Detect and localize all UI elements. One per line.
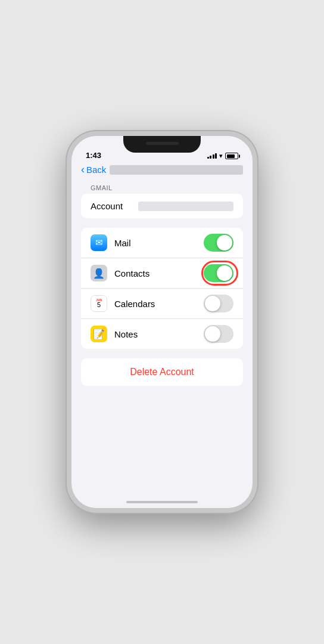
account-label: Account bbox=[91, 201, 138, 211]
calendars-row: JUN 5 Calendars bbox=[81, 288, 243, 318]
status-time: 1:43 bbox=[86, 151, 101, 160]
contacts-icon: 👤 bbox=[91, 265, 107, 281]
nav-bar: ‹ Back bbox=[71, 162, 253, 179]
delete-account-label: Delete Account bbox=[130, 367, 194, 377]
mail-toggle-thumb bbox=[217, 235, 232, 250]
notch bbox=[123, 136, 201, 153]
back-button[interactable]: ‹ Back bbox=[81, 165, 106, 175]
account-value bbox=[138, 202, 233, 211]
phone-screen: 1:43 ▾ ‹ Back bbox=[71, 136, 253, 508]
mail-row: ✉ Mail bbox=[81, 228, 243, 258]
notes-label: Notes bbox=[114, 329, 204, 339]
status-icons: ▾ bbox=[207, 152, 239, 160]
account-row: Account bbox=[81, 194, 243, 218]
toggles-group: ✉ Mail 👤 Contacts bbox=[81, 228, 243, 349]
battery-icon bbox=[225, 153, 238, 159]
delete-account-button[interactable]: Delete Account bbox=[81, 358, 243, 386]
calendars-icon: JUN 5 bbox=[91, 295, 107, 312]
calendars-toggle-thumb bbox=[205, 296, 220, 311]
chevron-left-icon: ‹ bbox=[81, 164, 85, 175]
notes-icon: 📝 bbox=[91, 326, 107, 342]
contacts-row: 👤 Contacts bbox=[81, 258, 243, 288]
back-label[interactable]: Back bbox=[86, 165, 106, 175]
battery-fill bbox=[227, 154, 235, 158]
mail-icon: ✉ bbox=[91, 234, 107, 251]
notes-row: 📝 Notes bbox=[81, 318, 243, 349]
speaker bbox=[146, 142, 179, 145]
contacts-toggle[interactable] bbox=[204, 264, 233, 282]
signal-icon bbox=[207, 153, 217, 159]
mail-toggle[interactable] bbox=[204, 234, 233, 252]
calendars-toggle[interactable] bbox=[204, 295, 233, 312]
mail-label: Mail bbox=[114, 238, 204, 248]
calendars-label: Calendars bbox=[114, 299, 204, 309]
wifi-icon: ▾ bbox=[219, 152, 223, 160]
home-indicator bbox=[126, 501, 198, 503]
notes-toggle-thumb bbox=[205, 326, 220, 342]
phone-frame: 1:43 ▾ ‹ Back bbox=[67, 131, 257, 513]
contacts-label: Contacts bbox=[114, 268, 204, 278]
notes-toggle[interactable] bbox=[204, 325, 233, 343]
section-label: GMAIL bbox=[81, 179, 243, 194]
nav-email bbox=[110, 165, 243, 175]
account-group: Account bbox=[81, 194, 243, 218]
contacts-toggle-thumb bbox=[217, 265, 232, 281]
content-area: GMAIL Account ✉ Mail bbox=[71, 179, 253, 395]
